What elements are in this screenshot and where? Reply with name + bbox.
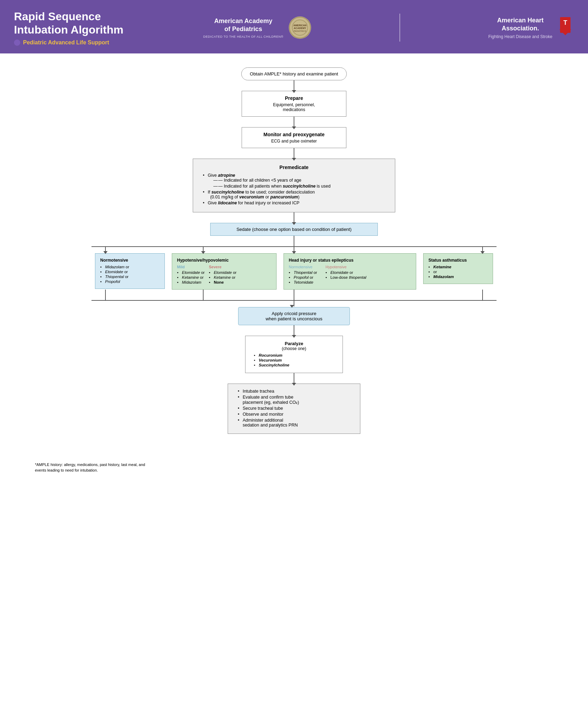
fin2: Evaluate and confirm tubeplacement (eg, … — [238, 395, 352, 405]
branch3-norm-col: Normotensive Thiopental or Propofol or T… — [289, 265, 317, 285]
svg-text:T: T — [563, 19, 567, 26]
b3h1: Etomidate or — [325, 270, 366, 275]
b4-3: Midazolam — [428, 275, 488, 279]
branch3-title: Head injury or status epilepticus — [289, 258, 411, 263]
arrow3 — [294, 148, 294, 159]
b4-2: or — [428, 270, 488, 274]
fin5: Administer additionalsedation and paraly… — [238, 418, 352, 428]
premedicate-item2: If succinylcholine to be used; consider … — [203, 190, 387, 199]
premedicate-sublist: — Indicated for all children <5 years of… — [208, 178, 387, 189]
step1-box: Obtain AMPLE* history and examine patien… — [241, 67, 347, 80]
branch2-severe-col: Severe Etomidate or Ketamine or None — [209, 265, 236, 285]
branch4-list: Ketamine or Midazolam — [428, 265, 488, 279]
b2s2: Ketamine or — [209, 275, 236, 279]
aap-logo: AMERICAN ACADEMY PEDIATRICS — [289, 16, 311, 39]
svg-text:AMERICAN: AMERICAN — [294, 24, 307, 27]
aap-text-block: American Academy of Pediatrics DEDICATED… — [203, 17, 284, 38]
branch3-hypo-label: Hypotensive — [325, 265, 366, 269]
cricoid-box: Apply cricoid pressurewhen patient is un… — [238, 307, 350, 325]
branch-asthmaticus: Status asthmaticus Ketamine or Midazolam — [423, 253, 493, 284]
header-center: American Academy of Pediatrics DEDICATED… — [203, 16, 311, 39]
premedicate-sub2: — Indicated for all patients when succin… — [213, 184, 387, 189]
branch2-mild-label: Mild — [177, 265, 205, 269]
step3-body: ECG and pulse oximeter — [250, 139, 338, 144]
branch2-severe-label: Severe — [209, 265, 236, 269]
premedicate-list: Give atropine — Indicated for all childr… — [201, 173, 387, 205]
b3n3: Tetomidate — [289, 280, 317, 284]
premedicate-sub1: — Indicated for all children <5 years of… — [213, 178, 387, 183]
b3n1: Thiopental or — [289, 270, 317, 275]
final-box: Intubate trachea Evaluate and confirm tu… — [228, 384, 360, 434]
branch1-item3: Thiopental or — [100, 275, 160, 279]
svg-text:ACADEMY: ACADEMY — [294, 27, 307, 29]
step2-title: Prepare — [250, 95, 338, 101]
branch2-columns: Mild Etomidate or Ketamine or Midazolam … — [177, 265, 271, 285]
paralyze-title: Paralyze — [254, 341, 334, 346]
flowchart: Obtain AMPLE* history and examine patien… — [21, 67, 567, 473]
arrow2 — [294, 117, 294, 127]
arrow4 — [294, 212, 294, 223]
fin3: Secure tracheal tube — [238, 406, 352, 411]
branch3-hypo-col: Hypotensive Etomidate or Low-dose thiope… — [325, 265, 366, 285]
b3n2: Propofol or — [289, 275, 317, 279]
branch2-mild-list: Etomidate or Ketamine or Midazolam — [177, 270, 205, 284]
paralyze-list: Rocuronium Vecuronium Succinylcholine — [254, 353, 334, 367]
svg-text:PEDIATRICS: PEDIATRICS — [294, 30, 307, 32]
branches-container: Normotensive Midazolam or Etomidate or T… — [50, 253, 538, 290]
branch1-item4: Propofol — [100, 279, 160, 284]
b3h2: Low-dose thiopental — [325, 275, 366, 279]
aha-logo: T — [557, 17, 574, 38]
b2m1: Etomidate or — [177, 270, 205, 275]
paralyze-box: Paralyze (choose one) Rocuronium Vecuron… — [245, 336, 343, 373]
premedicate-box: Premedicate Give atropine — Indicated fo… — [193, 159, 395, 212]
branch4-title: Status asthmaticus — [428, 258, 488, 263]
step2-box: Prepare Equipment, personnel,medications — [242, 91, 346, 117]
aha-name: American Heart Association. — [488, 16, 552, 33]
arrow7 — [294, 373, 294, 384]
branch2-title: Hypotensive/hypovolemic — [177, 258, 271, 263]
step3-title: Monitor and preoxygenate — [250, 132, 338, 137]
branch-hypotensive: Hypotensive/hypovolemic Mild Etomidate o… — [172, 253, 277, 290]
main-content: Obtain AMPLE* history and examine patien… — [0, 53, 588, 487]
header-right: American Heart Association. Fighting Hea… — [488, 16, 574, 39]
branch-arrows-bottom — [50, 290, 538, 307]
step3-box: Monitor and preoxygenate ECG and pulse o… — [242, 127, 346, 148]
b2m2: Ketamine or — [177, 275, 205, 279]
branch3-norm-label: Normotensive — [289, 265, 317, 269]
header-left: Rapid Sequence Intubation Algorithm Pedi… — [14, 10, 123, 46]
paralyze-sub: (choose one) — [254, 346, 334, 351]
branch-head-injury: Head injury or status epilepticus Normot… — [284, 253, 416, 290]
aha-tagline: Fighting Heart Disease and Stroke — [488, 34, 552, 39]
arrow6 — [294, 325, 294, 336]
branch2-severe-list: Etomidate or Ketamine or None — [209, 270, 236, 284]
arrow1 — [294, 80, 294, 91]
b2s1: Etomidate or — [209, 270, 236, 275]
page-subtitle: Pediatric Advanced Life Support — [14, 39, 123, 46]
b4-1: Ketamine — [428, 265, 488, 269]
branch1-item2: Etomidate or — [100, 270, 160, 274]
branch1-title: Normotensive — [100, 258, 160, 263]
aap-tagline: DEDICATED TO THE HEALTH OF ALL CHILDREN® — [203, 35, 284, 38]
header: Rapid Sequence Intubation Algorithm Pedi… — [0, 0, 588, 53]
paralyze-content: Paralyze (choose one) Rocuronium Vecuron… — [254, 341, 334, 367]
premedicate-item1: Give atropine — Indicated for all childr… — [203, 173, 387, 189]
aha-text-block: American Heart Association. Fighting Hea… — [488, 16, 552, 39]
page-title: Rapid Sequence Intubation Algorithm — [14, 10, 123, 37]
par1: Rocuronium — [254, 353, 334, 357]
par2: Vecuronium — [254, 358, 334, 362]
footnote: *AMPLE history: allergy, medications, pa… — [35, 462, 147, 473]
par3: Succinylcholine — [254, 363, 334, 367]
footer-row: *AMPLE history: allergy, medications, pa… — [21, 441, 567, 473]
aap-name: American Academy of Pediatrics — [203, 17, 284, 34]
branch3-norm-list: Thiopental or Propofol or Tetomidate — [289, 270, 317, 284]
b2m3: Midazolam — [177, 280, 205, 284]
b2s3: None — [209, 280, 236, 284]
premedicate-item3: Give lidocaine for head injury or increa… — [203, 201, 387, 205]
branch2-mild-col: Mild Etomidate or Ketamine or Midazolam — [177, 265, 205, 285]
final-list: Intubate trachea Evaluate and confirm tu… — [236, 389, 352, 428]
premedicate-title: Premedicate — [201, 165, 387, 170]
header-divider — [399, 14, 400, 42]
fin4: Observe and monitor — [238, 412, 352, 417]
branch-normotensive: Normotensive Midazolam or Etomidate or T… — [95, 253, 165, 289]
branch-arrows-top — [50, 236, 538, 253]
